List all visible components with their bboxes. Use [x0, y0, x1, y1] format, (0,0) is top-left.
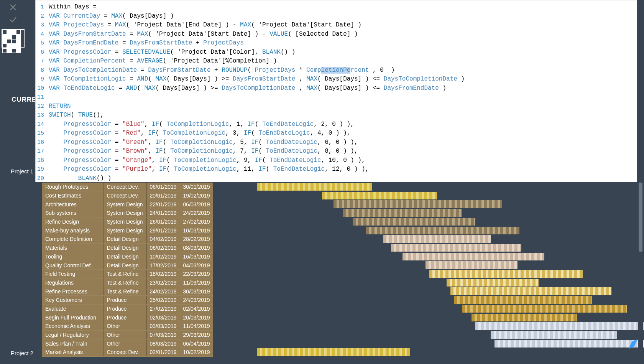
gantt-bar[interactable] — [454, 296, 592, 304]
table-row[interactable]: Market AnalysisConcept Dev.02/01/201910/… — [42, 348, 213, 357]
commit-icon[interactable] — [6, 15, 20, 25]
table-row[interactable]: Complete DefinitionDetail Design04/02/20… — [42, 235, 213, 244]
table-row[interactable]: Cost EstimatesConcept Dev.20/01/201919/0… — [42, 191, 213, 200]
table-row[interactable]: Refine ProcessesTest & Refine24/02/20193… — [42, 287, 213, 296]
gantt-bar[interactable] — [322, 192, 437, 199]
table-row[interactable]: Field TestingTest & Refine18/02/201922/0… — [42, 270, 213, 278]
gantt-bar[interactable] — [391, 244, 521, 252]
gantt-bar[interactable] — [426, 261, 518, 269]
gantt-bar[interactable] — [447, 279, 539, 287]
table-row[interactable]: Make-buy analysisSystem Design29/01/2019… — [42, 226, 213, 235]
table-row[interactable]: Legal / RegulatoryOther07/03/201929/03/2… — [42, 331, 213, 339]
scrollbar-thumb[interactable] — [639, 183, 642, 252]
table-row[interactable]: MaterialsDetail Design06/02/201908/03/20… — [42, 244, 213, 252]
gantt-bar[interactable] — [429, 270, 583, 278]
vertical-scrollbar[interactable] — [638, 183, 643, 360]
task-table: Rough PrototypesConcept Dev.06/01/201930… — [42, 183, 213, 357]
table-row[interactable]: EvaluateProduce27/02/201902/04/2019 — [42, 305, 213, 313]
table-row[interactable]: Refine DesignSystem Design26/01/201927/0… — [42, 217, 213, 226]
table-row[interactable]: Sales Plan / TrainOther08/03/201906/04/2… — [42, 339, 213, 348]
gantt-bar[interactable] — [462, 305, 627, 313]
gantt-bar[interactable] — [402, 253, 544, 260]
gantt-bar[interactable] — [257, 183, 372, 191]
dax-editor[interactable]: 1234567891011121314151617181920 Within D… — [35, 0, 637, 182]
gantt-bar[interactable] — [450, 287, 611, 295]
table-row[interactable]: Sub-systemsSystem Design24/01/201924/02/… — [42, 209, 213, 217]
code-body[interactable]: Within Days =VAR CurrentDay = MAX( Days[… — [49, 3, 465, 182]
gantt-bar[interactable] — [491, 331, 617, 339]
table-row[interactable]: Begin Full ProductionProduce02/03/201920… — [42, 313, 213, 322]
table-row[interactable]: ToolingDetail Design10/02/201916/03/2019 — [42, 252, 213, 261]
gantt-bar[interactable] — [383, 235, 491, 243]
gantt-bar[interactable] — [257, 348, 410, 356]
table-row[interactable]: Economic AnalysisOther03/03/201911/04/20… — [42, 322, 213, 331]
table-row[interactable]: Quality Control Def.Detail Design17/02/2… — [42, 261, 213, 270]
gantt-bar[interactable] — [495, 340, 644, 348]
gantt-bar[interactable] — [472, 314, 577, 321]
table-row[interactable]: RegulationsTest & Refine23/02/201911/03/… — [42, 278, 213, 287]
gantt-bar[interactable] — [334, 200, 502, 208]
gantt-bar[interactable] — [475, 322, 644, 330]
table-row[interactable]: ArchitecturesSystem Design22/01/201906/0… — [42, 200, 213, 209]
line-gutter: 1234567891011121314151617181920 — [36, 3, 46, 182]
editor-toolbar — [2, 2, 25, 48]
gantt-bar[interactable] — [366, 227, 519, 234]
project-label-2: Project 2 — [11, 350, 33, 356]
project-label-1: Project 1 — [11, 168, 33, 175]
table-row[interactable]: Key CustomersProduce25/02/201924/03/2019 — [42, 296, 213, 305]
app-root: CURREN 1234567891011121314151617181920 W… — [0, 0, 644, 364]
cancel-icon[interactable] — [6, 2, 20, 12]
gantt-area: Rough PrototypesConcept Dev.06/01/201930… — [42, 183, 637, 363]
gantt-bar[interactable] — [353, 218, 475, 226]
table-row[interactable]: Rough PrototypesConcept Dev.06/01/201930… — [42, 183, 213, 191]
gantt-bar[interactable] — [343, 209, 462, 217]
matrix-visual-icon[interactable] — [2, 29, 25, 48]
